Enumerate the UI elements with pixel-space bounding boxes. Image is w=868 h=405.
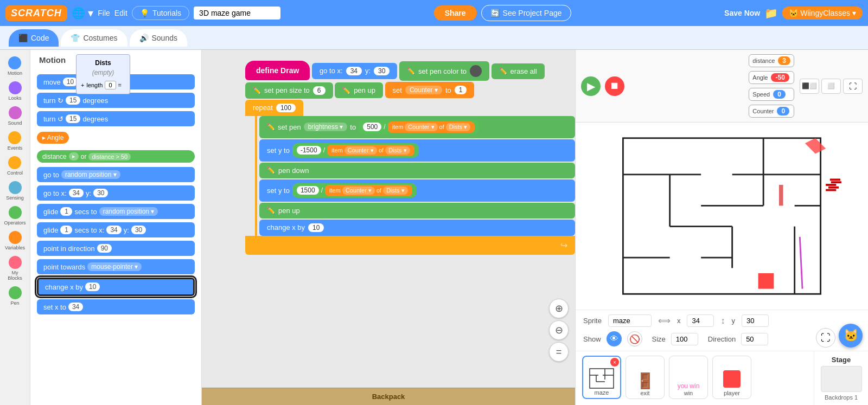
tab-code[interactable]: ⬛ Code — [9, 29, 59, 47]
stage-label: Stage — [832, 356, 851, 364]
add-backdrop-fab[interactable]: ⛶ — [816, 328, 835, 348]
block-code-pen-size[interactable]: ✏️ set pen size to 6 — [245, 82, 333, 99]
stop-button[interactable]: ⏹ — [605, 76, 624, 96]
sprite-name-input[interactable] — [608, 314, 652, 327]
block-point-towards[interactable]: point towards mouse-pointer ▾ — [37, 259, 195, 274]
color-swatch[interactable] — [470, 65, 482, 77]
block-or-distance[interactable]: distance ▸ or distance > 50 — [37, 150, 195, 163]
code-area[interactable]: define Draw go to x: 34 y: 30 ✏️ set pen… — [202, 50, 575, 405]
block-turn-left[interactable]: turn ↺ 15 degrees — [37, 111, 195, 126]
zoom-out-button[interactable]: ⊖ — [549, 320, 569, 340]
svg-rect-15 — [779, 185, 783, 205]
zoom-in-button[interactable]: ⊕ — [549, 299, 569, 318]
block-glide-random[interactable]: glide 1 secs to random position ▾ — [37, 204, 195, 219]
block-angle-reporter[interactable]: ▸ Angle — [37, 132, 69, 144]
block-code-goto-xy[interactable]: go to x: 34 y: 30 — [312, 63, 397, 79]
pen-icon7: ✏️ — [267, 207, 275, 214]
var-monitor-angle: Angle -50 — [749, 71, 794, 84]
show-button[interactable]: 👁 — [607, 331, 622, 346]
user-avatar[interactable]: 🐱 WiingyClasses ▾ — [782, 7, 863, 20]
hide-button[interactable]: 🚫 — [627, 331, 642, 346]
sprite-thumb-win[interactable]: you win win — [669, 356, 708, 399]
pen-icon5: ✏️ — [267, 123, 275, 131]
show-label: Show — [583, 335, 601, 343]
tab-costumes[interactable]: 👕 Costumes — [61, 29, 127, 47]
block-goto[interactable]: go to random position ▾ — [37, 167, 195, 182]
code-icon: ⬛ — [18, 34, 28, 42]
category-operators[interactable]: Operators — [2, 204, 28, 228]
backpack-label: Backpack — [372, 393, 405, 401]
block-code-pen-brightness[interactable]: ✏️ set pen brightness ▾ to 500 / item Co… — [259, 116, 575, 138]
green-flag-button[interactable]: ▶ — [581, 76, 601, 96]
pen-icon2: ✏️ — [499, 67, 507, 75]
pen-icon6: ✏️ — [267, 166, 275, 174]
category-control[interactable]: Control — [5, 154, 25, 178]
tab-sounds[interactable]: 🔊 Sounds — [130, 29, 187, 47]
file-menu[interactable]: File — [98, 9, 110, 17]
player-sprite-icon — [723, 370, 741, 388]
sprite-thumb-maze[interactable]: × maze — [582, 356, 621, 399]
block-set-x[interactable]: set x to 34 — [37, 299, 195, 314]
stage-thumbnail[interactable] — [821, 366, 862, 392]
category-variables[interactable]: Variables — [3, 229, 27, 253]
small-stage-button[interactable]: ⬛⬜ — [800, 79, 819, 94]
project-title-input[interactable] — [194, 7, 280, 20]
block-code-erase-all[interactable]: ✏️ erase all — [492, 63, 545, 79]
stage-area: ▶ ⏹ distance 3 Angle -50 Speed 0 — [576, 50, 868, 405]
scratch-logo[interactable]: SCRATCH — [5, 5, 67, 21]
pen-icon3: ✏️ — [253, 87, 261, 94]
sprite-thumb-exit[interactable]: 🚪 exit — [626, 356, 665, 399]
block-define-draw[interactable]: define Draw — [245, 61, 310, 80]
block-glide-xy[interactable]: glide 1 secs to x: 34 y: 30 — [37, 222, 195, 237]
y-input[interactable] — [742, 314, 769, 327]
block-code-set-counter[interactable]: set Counter ▾ to 1 — [385, 82, 475, 98]
normal-stage-button[interactable]: ⬜ — [821, 79, 841, 94]
direction-input[interactable] — [741, 333, 768, 345]
category-events[interactable]: Events — [5, 129, 25, 153]
lightbulb-icon: 💡 — [140, 9, 149, 17]
sprite-delete-maze[interactable]: × — [610, 358, 619, 367]
stage-canvas — [576, 123, 868, 310]
sprite-thumb-label-exit: exit — [640, 390, 649, 396]
block-code-pen-up2[interactable]: ✏️ pen up — [259, 203, 575, 218]
block-change-x[interactable]: change x by 10 — [37, 278, 195, 296]
sprite-thumb-player[interactable]: player — [712, 356, 751, 399]
share-button[interactable]: Share — [434, 5, 477, 21]
block-code-pen-down[interactable]: ✏️ pen down — [259, 163, 575, 178]
block-code-pen-color[interactable]: ✏️ set pen color to — [399, 61, 489, 81]
main-area: Motion Looks Sound Events Control Sensin… — [0, 50, 868, 405]
category-looks[interactable]: Looks — [6, 79, 23, 103]
tutorials-button[interactable]: 💡 Tutorials — [132, 6, 189, 20]
var-monitor-distance: distance 3 — [749, 54, 794, 67]
y-arrow-icon: ↕ — [720, 316, 725, 326]
backpack-bar[interactable]: Backpack — [202, 388, 575, 405]
win-sprite-icon: you win — [678, 382, 700, 390]
edit-menu[interactable]: Edit — [114, 9, 127, 17]
block-code-set-y-minus[interactable]: set y to -1500 / item Counter ▾ of Dists… — [259, 139, 575, 162]
block-point-direction[interactable]: point in direction 90 — [37, 241, 195, 256]
category-myblocks[interactable]: My Blocks — [3, 254, 27, 283]
see-project-button[interactable]: 🔄 See Project Page — [481, 5, 571, 21]
language-button[interactable]: 🌐 ▾ — [72, 7, 94, 20]
stage-controls-row: ▶ ⏹ distance 3 Angle -50 Speed 0 — [576, 50, 868, 123]
sprites-list: × maze 🚪 — [576, 351, 814, 405]
block-code-set-y-plus[interactable]: set y to 1500 / item Counter ▾ of Dists … — [259, 179, 575, 202]
fab-area: 🐱 — [839, 324, 863, 348]
category-sensing[interactable]: Sensing — [4, 179, 26, 203]
size-input[interactable] — [671, 333, 698, 345]
x-input[interactable] — [687, 314, 714, 327]
zoom-reset-button[interactable]: = — [549, 342, 569, 362]
block-goto-xy[interactable]: go to x: 34 y: 30 — [37, 185, 195, 201]
category-pen[interactable]: Pen — [7, 284, 24, 308]
block-code-pen-up[interactable]: ✏️ pen up — [335, 82, 383, 98]
folder-icon[interactable]: 📁 — [764, 7, 778, 20]
block-code-change-x[interactable]: change x by 10 — [259, 220, 575, 236]
category-sound[interactable]: Sound — [5, 104, 24, 128]
fullscreen-button[interactable]: ⛶ — [843, 79, 863, 94]
category-motion[interactable]: Motion — [5, 54, 24, 78]
block-turn-right[interactable]: turn ↻ 15 degrees — [37, 93, 195, 108]
save-now-button[interactable]: Save Now — [724, 9, 760, 17]
add-sprite-fab[interactable]: 🐱 — [839, 324, 863, 348]
maze-thumb-svg — [589, 368, 615, 389]
svg-marker-14 — [805, 138, 826, 154]
